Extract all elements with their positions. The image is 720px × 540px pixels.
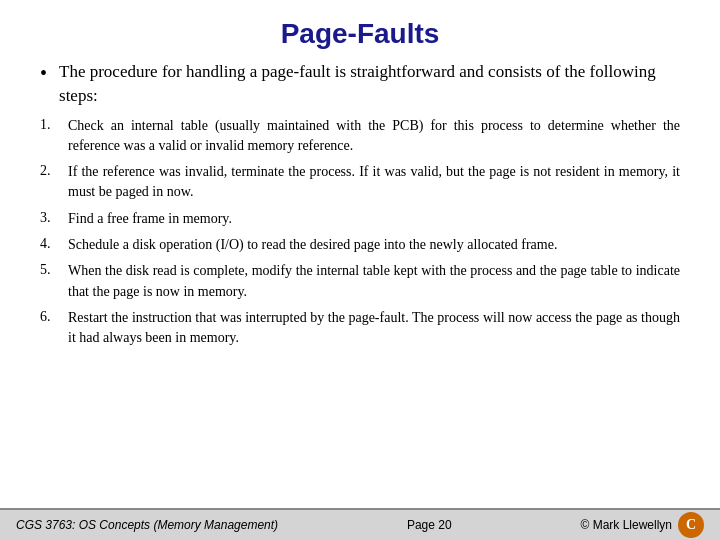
item-text: Find a free frame in memory. (68, 209, 232, 229)
item-text: When the disk read is complete, modify t… (68, 261, 680, 302)
slide-title: Page-Faults (0, 0, 720, 60)
list-item: 5.When the disk read is complete, modify… (40, 261, 680, 302)
item-text: Schedule a disk operation (I/O) to read … (68, 235, 557, 255)
item-number: 6. (40, 308, 68, 325)
footer-center: Page 20 (407, 518, 452, 532)
footer-left: CGS 3763: OS Concepts (Memory Management… (16, 518, 278, 532)
item-number: 2. (40, 162, 68, 179)
list-item: 6.Restart the instruction that was inter… (40, 308, 680, 349)
item-number: 4. (40, 235, 68, 252)
bullet-text: The procedure for handling a page-fault … (59, 60, 680, 108)
item-text: Check an internal table (usually maintai… (68, 116, 680, 157)
slide-content: • The procedure for handling a page-faul… (0, 60, 720, 508)
bullet-section: • The procedure for handling a page-faul… (30, 60, 690, 108)
footer-right: © Mark Llewellyn C (580, 512, 704, 538)
list-item: 4.Schedule a disk operation (I/O) to rea… (40, 235, 680, 255)
numbered-list: 1.Check an internal table (usually maint… (30, 116, 690, 508)
item-number: 1. (40, 116, 68, 133)
footer: CGS 3763: OS Concepts (Memory Management… (0, 508, 720, 540)
item-text: Restart the instruction that was interru… (68, 308, 680, 349)
bullet-icon: • (40, 62, 47, 85)
list-item: 1.Check an internal table (usually maint… (40, 116, 680, 157)
item-text: If the reference was invalid, terminate … (68, 162, 680, 203)
item-number: 3. (40, 209, 68, 226)
list-item: 3.Find a free frame in memory. (40, 209, 680, 229)
logo-icon: C (678, 512, 704, 538)
list-item: 2.If the reference was invalid, terminat… (40, 162, 680, 203)
item-number: 5. (40, 261, 68, 278)
slide: Page-Faults • The procedure for handling… (0, 0, 720, 540)
footer-copyright: © Mark Llewellyn (580, 518, 672, 532)
